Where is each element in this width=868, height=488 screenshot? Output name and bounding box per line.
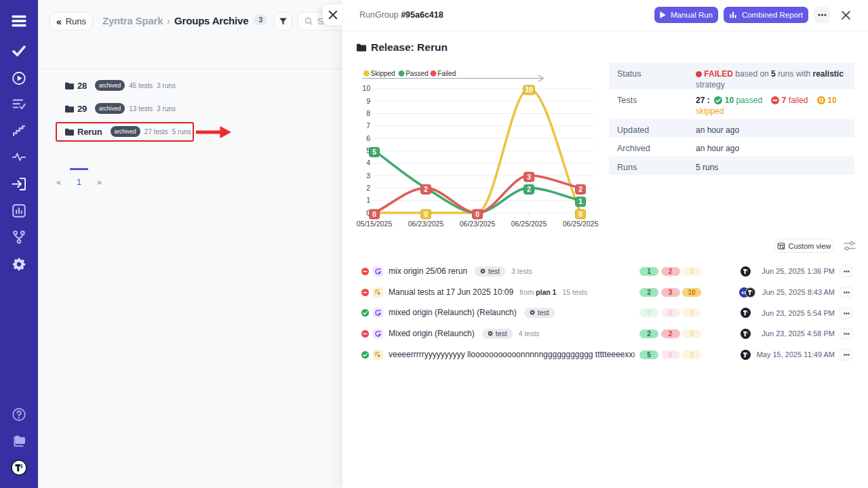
svg-text:7: 7 (366, 121, 370, 129)
svg-text:05/15/2025: 05/15/2025 (357, 220, 393, 228)
svg-text:0: 0 (372, 211, 376, 218)
svg-text:1: 1 (366, 196, 370, 204)
svg-text:5: 5 (372, 148, 376, 156)
svg-text:06/25/2025: 06/25/2025 (563, 220, 599, 228)
svg-text:9: 9 (366, 97, 370, 105)
svg-text:0: 0 (578, 211, 583, 218)
svg-text:2: 2 (366, 184, 370, 192)
svg-text:Skipped: Skipped (371, 70, 395, 77)
svg-text:06/23/2025: 06/23/2025 (460, 220, 496, 228)
svg-text:0: 0 (424, 211, 428, 218)
svg-text:06/25/2025: 06/25/2025 (511, 220, 547, 228)
svg-text:06/23/2025: 06/23/2025 (408, 220, 444, 228)
svg-text:3: 3 (366, 171, 370, 180)
svg-text:2: 2 (527, 186, 531, 193)
svg-text:0: 0 (475, 211, 479, 218)
svg-text:10: 10 (362, 84, 370, 92)
svg-text:2: 2 (578, 186, 583, 193)
svg-text:4: 4 (366, 159, 370, 167)
svg-text:10: 10 (525, 86, 533, 94)
svg-text:Passed: Passed (406, 70, 428, 77)
svg-text:2: 2 (424, 186, 428, 193)
svg-text:Failed: Failed (437, 70, 456, 77)
svg-text:1: 1 (578, 198, 583, 205)
svg-text:3: 3 (527, 174, 531, 181)
svg-text:8: 8 (366, 109, 370, 117)
svg-text:6: 6 (366, 134, 370, 142)
